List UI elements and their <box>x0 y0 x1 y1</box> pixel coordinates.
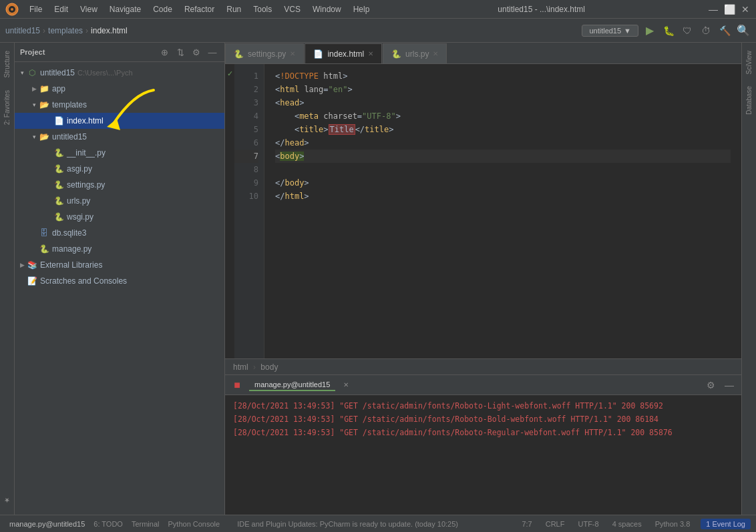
tab-index-close[interactable]: ✕ <box>368 50 373 57</box>
menu-tools[interactable]: Tools <box>248 3 277 15</box>
tree-item-index-html[interactable]: 📄 index.html <box>15 113 224 129</box>
menu-window[interactable]: Window <box>307 3 347 15</box>
breadcrumb-templates[interactable]: templates <box>48 26 83 35</box>
menu-view[interactable]: View <box>75 3 103 15</box>
bottom-tab-python[interactable]: Python Console <box>164 519 224 529</box>
bottom-tab-manage[interactable]: manage.py@untitled15 <box>5 519 89 529</box>
close-button[interactable]: ✕ <box>740 4 751 15</box>
sidebar-layout-icon[interactable]: ⇅ <box>174 45 187 59</box>
sidebar-hide-icon[interactable]: — <box>206 45 219 59</box>
status-python[interactable]: Python 3.8 <box>652 520 693 528</box>
py-file-icon: 🐍 <box>53 148 64 158</box>
tab-urls[interactable]: 🐍 urls.py ✕ <box>383 43 447 63</box>
bottom-tab-terminal[interactable]: Terminal <box>128 519 164 529</box>
tab-settings-label: settings.py <box>248 49 286 59</box>
tree-item-templates[interactable]: ▾ 📂 templates <box>15 97 224 113</box>
menu-edit[interactable]: Edit <box>49 3 73 15</box>
terminal-stop-button[interactable]: ■ <box>230 378 244 392</box>
arrow-icon: ▾ <box>17 68 27 77</box>
menu-code[interactable]: Code <box>148 3 178 15</box>
py-file-icon: 🐍 <box>53 212 64 222</box>
run-config-arrow: ▼ <box>624 27 631 35</box>
project-icon: ⬡ <box>27 67 37 78</box>
arrow-icon <box>44 116 53 125</box>
tree-item-manage[interactable]: 🐍 manage.py <box>15 241 224 257</box>
tree-label: app <box>52 84 65 93</box>
structure-tab[interactable]: Structure <box>2 45 12 83</box>
breadcrumb-sep2: › <box>85 26 88 35</box>
menu-vcs[interactable]: VCS <box>278 3 306 15</box>
tree-item-db[interactable]: 🗄 db.sqlite3 <box>15 225 224 241</box>
tree-item-wsgi[interactable]: 🐍 wsgi.py <box>15 209 224 225</box>
breadcrumb-current[interactable]: index.html <box>91 26 128 35</box>
tree-item-init[interactable]: 🐍 __init__.py <box>15 145 224 161</box>
coverage-button[interactable]: 🛡 <box>680 23 695 38</box>
terminal-minimize-icon[interactable]: — <box>723 378 736 392</box>
debug-button[interactable]: 🐛 <box>661 23 676 38</box>
sidebar-add-icon[interactable]: ⊕ <box>158 45 171 59</box>
line-numbers: 1 2 3 4 5 6 7 8 9 10 <box>234 64 264 358</box>
tree-item-root[interactable]: ▾ ⬡ untitled15 C:\Users\...\Pych <box>15 65 224 81</box>
tree-label: External Libraries <box>40 260 102 270</box>
tab-index[interactable]: 📄 index.html ✕ <box>305 43 382 63</box>
menu-refactor[interactable]: Refactor <box>179 3 220 15</box>
tab-settings[interactable]: 🐍 settings.py ✕ <box>225 43 304 63</box>
breadcrumb-html[interactable]: html <box>233 362 248 372</box>
database-tab[interactable]: Database <box>744 81 754 120</box>
status-encoding[interactable]: UTF-8 <box>575 520 601 528</box>
db-file-icon: 🗄 <box>39 228 49 238</box>
terminal-settings-icon[interactable]: ⚙ <box>704 378 717 392</box>
terminal-line-1: [28/Oct/2021 13:49:53] "GET /static/admi… <box>233 399 733 413</box>
favorites-bottom-tab[interactable]: ★ <box>2 491 12 509</box>
terminal-close-button[interactable]: ✕ <box>343 381 349 388</box>
menu-file[interactable]: File <box>24 3 47 15</box>
sciview-tab[interactable]: SciView <box>744 45 754 79</box>
editor-breadcrumb: html › body <box>233 362 278 372</box>
py-tab-icon: 🐍 <box>234 49 244 59</box>
search-everywhere-button[interactable]: 🔍 <box>736 23 751 38</box>
app-logo <box>5 3 19 16</box>
favorites-tab[interactable]: 2: Favorites <box>2 85 12 130</box>
tree-item-scratches[interactable]: 📝 Scratches and Consoles <box>15 273 224 289</box>
project-sidebar: Project ⊕ ⇅ ⚙ — ▾ ⬡ untitled15 C:\Users\… <box>15 43 225 515</box>
bottom-tab-todo[interactable]: 6: TODO <box>89 519 127 529</box>
status-indent[interactable]: 4 spaces <box>610 520 644 528</box>
event-log-button[interactable]: 1 Event Log <box>701 519 751 529</box>
maximize-button[interactable]: ⬜ <box>724 4 735 15</box>
breadcrumb-body[interactable]: body <box>260 362 278 372</box>
code-line-7: <body> <box>275 150 731 163</box>
build-button[interactable]: 🔨 <box>717 23 732 38</box>
html-tab-icon: 📄 <box>313 49 323 59</box>
editor-content[interactable]: ✓ 1 2 3 4 5 6 7 8 9 10 <!DOCTYPE html> <… <box>225 64 741 358</box>
terminal-tab-manage[interactable]: manage.py@untitled15 <box>249 379 335 391</box>
tree-path: C:\Users\...\Pych <box>77 69 133 77</box>
status-cursor[interactable]: 7:7 <box>519 520 534 528</box>
tree-item-pkg[interactable]: ▾ 📂 untitled15 <box>15 129 224 145</box>
run-button[interactable]: ▶ <box>642 23 657 38</box>
profile-button[interactable]: ⏱ <box>699 23 713 38</box>
tree-item-app[interactable]: ▶ 📁 app <box>15 81 224 97</box>
minimize-button[interactable]: — <box>708 4 719 15</box>
menu-run[interactable]: Run <box>221 3 246 15</box>
py-tab-icon-2: 🐍 <box>391 49 401 59</box>
tree-label: settings.py <box>67 180 105 190</box>
run-config-label: untitled15 <box>589 27 621 35</box>
main-container: Structure 2: Favorites ★ Project ⊕ ⇅ ⚙ —… <box>0 43 756 515</box>
run-config-selector[interactable]: untitled15 ▼ <box>582 25 638 37</box>
tree-label: untitled15 <box>40 68 75 77</box>
tree-item-urls[interactable]: 🐍 urls.py <box>15 193 224 209</box>
sidebar-settings-icon[interactable]: ⚙ <box>190 45 203 59</box>
tab-settings-close[interactable]: ✕ <box>290 50 295 57</box>
tree-item-settings[interactable]: 🐍 settings.py <box>15 177 224 193</box>
tree-item-asgi[interactable]: 🐍 asgi.py <box>15 161 224 177</box>
tab-urls-close[interactable]: ✕ <box>433 50 438 57</box>
menu-navigate[interactable]: Navigate <box>104 3 146 15</box>
tree-item-ext-libs[interactable]: ▶ 📚 External Libraries <box>15 257 224 273</box>
breadcrumb-root[interactable]: untitled15 <box>5 26 40 35</box>
scratches-icon: 📝 <box>27 276 37 286</box>
status-line-ending[interactable]: CRLF <box>543 520 568 528</box>
menu-help[interactable]: Help <box>348 3 375 15</box>
ext-lib-icon: 📚 <box>27 260 37 270</box>
code-editor[interactable]: <!DOCTYPE html> <html lang="en"> <head> … <box>264 64 741 358</box>
arrow-icon <box>29 228 39 238</box>
